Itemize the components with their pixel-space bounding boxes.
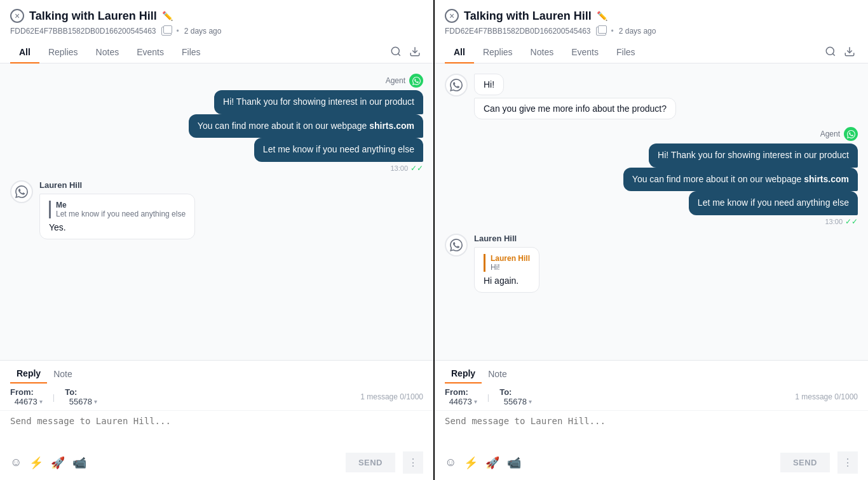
right-agent-bubble-3: Let me know if you need anything else bbox=[689, 191, 858, 215]
edit-icon[interactable]: ✏️ bbox=[162, 11, 173, 21]
reply-note-bar: Reply Note bbox=[0, 361, 433, 383]
right-video-icon[interactable]: 📹 bbox=[507, 456, 521, 470]
tab-replies[interactable]: Replies bbox=[39, 42, 87, 63]
download-icon[interactable] bbox=[409, 46, 421, 60]
whatsapp-icon bbox=[409, 74, 423, 88]
left-panel-title: Talking with Lauren Hill bbox=[29, 10, 157, 23]
right-agent-time: 13:00 ✓✓ bbox=[825, 217, 858, 226]
right-conversation-id: FDD62E4F7BBB1582DB0D166200545463 bbox=[445, 27, 591, 36]
bolt-icon[interactable]: ⚡ bbox=[29, 456, 43, 470]
right-agent-label: Agent bbox=[820, 127, 858, 141]
from-dropdown[interactable]: 44673 ▾ bbox=[10, 397, 43, 406]
agent-time: 13:00 ✓✓ bbox=[390, 164, 423, 173]
right-tab-files[interactable]: Files bbox=[607, 42, 644, 63]
note-tab-left[interactable]: Note bbox=[47, 366, 79, 383]
right-search-icon[interactable] bbox=[825, 46, 836, 60]
left-chat-area: Agent Hi! Thank you for showing interest… bbox=[0, 63, 433, 360]
reply-tab-right[interactable]: Reply bbox=[445, 366, 482, 383]
tab-events[interactable]: Events bbox=[128, 42, 173, 63]
from-to-bar-left: From: 44673 ▾ | To: 55678 ▾ 1 message 0/… bbox=[0, 383, 433, 411]
from-label: From: 44673 ▾ bbox=[10, 387, 43, 406]
emoji-icon[interactable]: ☺ bbox=[10, 456, 22, 469]
right-bolt-icon[interactable]: ⚡ bbox=[464, 456, 478, 470]
customer-bubble-1: Hi! bbox=[474, 74, 504, 95]
send-button-left[interactable]: SEND bbox=[346, 453, 395, 472]
right-bottom-bar: Reply Note From: 44673 ▾ | To: 55678 ▾ 1… bbox=[435, 360, 868, 480]
svg-point-3 bbox=[826, 47, 834, 55]
right-header: Talking with Lauren Hill ✏️ FDD62E4F7BBB… bbox=[435, 0, 868, 63]
right-agent-bubble-2: You can find more about it on our webpag… bbox=[623, 168, 858, 192]
tab-all[interactable]: All bbox=[10, 42, 39, 63]
agent-message-group: Agent Hi! Thank you for showing interest… bbox=[10, 74, 423, 173]
video-icon[interactable]: 📹 bbox=[72, 456, 86, 470]
left-bottom-bar: Reply Note From: 44673 ▾ | To: 55678 ▾ 1… bbox=[0, 360, 433, 480]
right-to-label: To: 55678 ▾ bbox=[499, 387, 532, 406]
right-check-icon: ✓✓ bbox=[845, 217, 858, 226]
customer-msgs: Hi! Can you give me more info about the … bbox=[474, 74, 676, 119]
user-bubble: Me Let me know if you need anything else… bbox=[39, 194, 195, 239]
message-input-area-left bbox=[0, 411, 433, 448]
right-user-reply: Hi again. bbox=[484, 276, 530, 286]
left-tabs: All Replies Notes Events Files bbox=[10, 42, 423, 63]
right-bottom-actions: ☺ ⚡ 🚀 📹 SEND ⋮ bbox=[435, 448, 868, 480]
bottom-actions-left: ☺ ⚡ 🚀 📹 SEND ⋮ bbox=[0, 448, 433, 480]
right-tabs: All Replies Notes Events Files bbox=[445, 42, 858, 63]
svg-line-4 bbox=[832, 53, 834, 55]
right-user-avatar bbox=[445, 234, 468, 257]
search-icon[interactable] bbox=[390, 46, 402, 60]
message-input-left[interactable] bbox=[10, 416, 423, 441]
from-to-bar-right: From: 44673 ▾ | To: 55678 ▾ 1 message 0/… bbox=[435, 383, 868, 411]
agent-bubble-3: Let me know if you need anything else bbox=[254, 138, 423, 162]
message-input-right[interactable] bbox=[445, 416, 858, 441]
right-from-dropdown[interactable]: 44673 ▾ bbox=[445, 397, 477, 406]
right-message-input-area bbox=[435, 411, 868, 448]
msg-count-left: 1 message 0/1000 bbox=[360, 392, 423, 401]
user-content: Lauren Hill Me Let me know if you need a… bbox=[39, 180, 195, 239]
right-rocket-icon[interactable]: 🚀 bbox=[485, 456, 499, 470]
right-close-button[interactable] bbox=[445, 9, 459, 23]
more-button-right[interactable]: ⋮ bbox=[837, 451, 858, 474]
right-agent-message-group: Agent Hi! Thank you for showing interest… bbox=[445, 127, 858, 226]
right-msg-count: 1 message 0/1000 bbox=[795, 392, 858, 401]
customer-avatar-right bbox=[445, 74, 468, 97]
to-dropdown[interactable]: 55678 ▾ bbox=[65, 397, 97, 406]
rocket-icon[interactable]: 🚀 bbox=[51, 456, 65, 470]
quoted-name: Me bbox=[56, 201, 186, 210]
agent-bubble-1: Hi! Thank you for showing interest in ou… bbox=[214, 90, 423, 114]
right-tab-replies[interactable]: Replies bbox=[474, 42, 522, 63]
right-emoji-icon[interactable]: ☺ bbox=[445, 456, 456, 469]
right-tab-notes[interactable]: Notes bbox=[522, 42, 563, 63]
copy-icon[interactable] bbox=[161, 27, 172, 36]
right-user-content: Lauren Hill Lauren Hill Hi! Hi again. bbox=[474, 234, 539, 293]
right-edit-icon[interactable]: ✏️ bbox=[597, 11, 607, 21]
right-tab-events[interactable]: Events bbox=[562, 42, 607, 63]
agent-label: Agent bbox=[386, 74, 423, 88]
svg-line-1 bbox=[398, 53, 400, 55]
tab-files[interactable]: Files bbox=[173, 42, 210, 63]
quoted-msg: Me Let me know if you need anything else bbox=[49, 201, 186, 218]
send-button-right[interactable]: SEND bbox=[780, 453, 830, 472]
tab-notes[interactable]: Notes bbox=[87, 42, 128, 63]
svg-point-0 bbox=[391, 47, 399, 55]
lauren-quoted: Lauren Hill Hi! bbox=[484, 254, 530, 272]
customer-msg-content: Hi! Can you give me more info about the … bbox=[474, 74, 676, 119]
user-reply: Yes. bbox=[49, 222, 186, 232]
right-user-message-group: Lauren Hill Lauren Hill Hi! Hi again. bbox=[445, 234, 858, 293]
right-tab-all[interactable]: All bbox=[445, 42, 474, 63]
more-button-left[interactable]: ⋮ bbox=[403, 451, 423, 474]
agent-bubble-2: You can find more about it on our webpag… bbox=[189, 114, 423, 138]
lauren-bubble: Lauren Hill Hi! Hi again. bbox=[474, 247, 539, 293]
close-button[interactable] bbox=[10, 9, 24, 23]
lauren-quoted-name: Lauren Hill bbox=[491, 254, 530, 263]
right-time-ago: 2 days ago bbox=[619, 27, 656, 36]
time-ago: 2 days ago bbox=[184, 27, 222, 36]
right-to-dropdown[interactable]: 55678 ▾ bbox=[499, 397, 532, 406]
right-download-icon[interactable] bbox=[844, 46, 855, 60]
reply-tab-left[interactable]: Reply bbox=[10, 366, 47, 383]
right-copy-icon[interactable] bbox=[596, 27, 606, 36]
left-panel: Talking with Lauren Hill ✏️ FDD62E4F7BBB… bbox=[0, 0, 433, 480]
user-avatar bbox=[10, 180, 33, 203]
check-icon: ✓✓ bbox=[410, 164, 423, 173]
right-panel: Talking with Lauren Hill ✏️ FDD62E4F7BBB… bbox=[435, 0, 868, 480]
note-tab-right[interactable]: Note bbox=[482, 366, 513, 383]
